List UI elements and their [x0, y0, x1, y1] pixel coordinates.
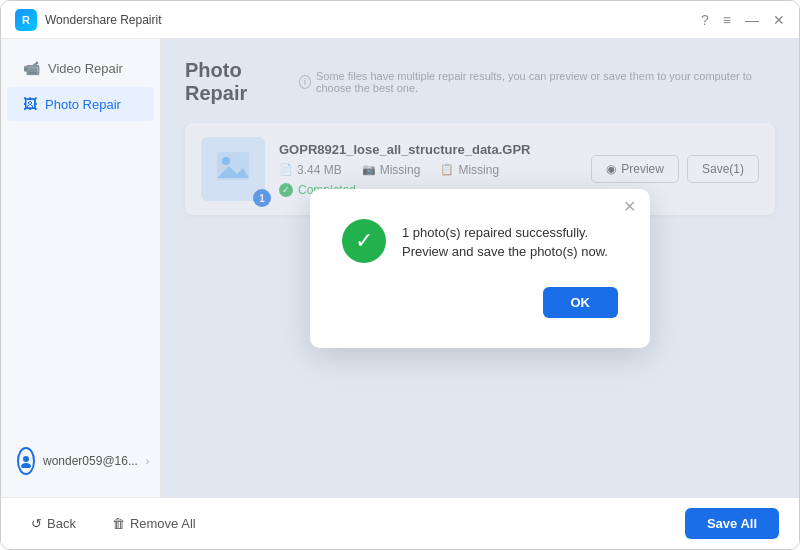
photo-repair-icon: 🖼	[23, 96, 37, 112]
remove-all-label: Remove All	[130, 516, 196, 531]
modal-message: 1 photo(s) repaired successfully. Previe…	[402, 219, 618, 262]
title-bar: R Wondershare Repairit ? ≡ — ✕	[1, 1, 799, 39]
chevron-right-icon: ›	[146, 456, 149, 467]
save-all-button[interactable]: Save All	[685, 508, 779, 539]
minimize-icon[interactable]: —	[745, 13, 759, 27]
remove-all-button[interactable]: 🗑 Remove All	[102, 510, 206, 537]
menu-icon[interactable]: ≡	[723, 13, 731, 27]
app-title: Wondershare Repairit	[45, 13, 162, 27]
trash-icon: 🗑	[112, 516, 125, 531]
modal-overlay: ✕ ✓ 1 photo(s) repaired successfully. Pr…	[161, 39, 799, 497]
svg-point-0	[23, 456, 29, 462]
content-area: Photo Repair i Some files have multiple …	[161, 39, 799, 497]
video-repair-icon: 📹	[23, 60, 40, 76]
user-name: wonder059@16...	[43, 454, 138, 468]
sidebar-item-video-repair[interactable]: 📹 Video Repair	[7, 51, 154, 85]
bottom-bar: ↺ Back 🗑 Remove All Save All	[1, 497, 799, 549]
sidebar-nav: 📹 Video Repair 🖼 Photo Repair	[1, 51, 160, 121]
avatar	[17, 447, 35, 475]
app-logo: R	[15, 9, 37, 31]
back-label: Back	[47, 516, 76, 531]
back-button[interactable]: ↺ Back	[21, 510, 86, 537]
sidebar-item-label-photo: Photo Repair	[45, 97, 121, 112]
modal-close-button[interactable]: ✕	[623, 199, 636, 215]
back-icon: ↺	[31, 516, 42, 531]
svg-point-1	[21, 463, 31, 468]
success-modal: ✕ ✓ 1 photo(s) repaired successfully. Pr…	[310, 189, 650, 348]
user-profile[interactable]: wonder059@16... ›	[1, 437, 160, 485]
title-bar-left: R Wondershare Repairit	[15, 9, 162, 31]
sidebar-item-photo-repair[interactable]: 🖼 Photo Repair	[7, 87, 154, 121]
success-icon: ✓	[342, 219, 386, 263]
sidebar: 📹 Video Repair 🖼 Photo Repair wonder059@…	[1, 39, 161, 497]
modal-footer: OK	[342, 287, 618, 318]
ok-button[interactable]: OK	[543, 287, 619, 318]
close-icon[interactable]: ✕	[773, 13, 785, 27]
modal-body: ✓ 1 photo(s) repaired successfully. Prev…	[342, 219, 618, 263]
title-bar-controls: ? ≡ — ✕	[701, 13, 785, 27]
sidebar-item-label-video: Video Repair	[48, 61, 123, 76]
help-icon[interactable]: ?	[701, 13, 709, 27]
main-layout: 📹 Video Repair 🖼 Photo Repair wonder059@…	[1, 39, 799, 497]
